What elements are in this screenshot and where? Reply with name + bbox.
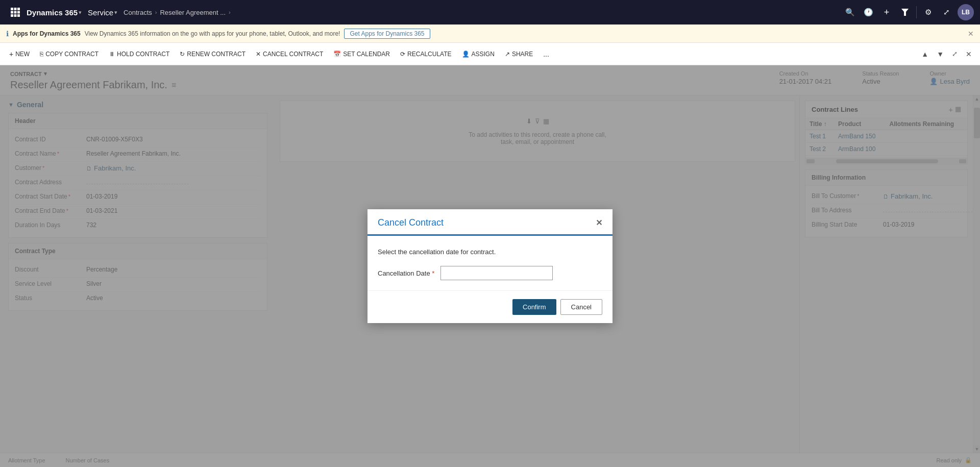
- app-name: Dynamics 365: [27, 8, 78, 17]
- history-button[interactable]: 🕐: [859, 3, 877, 21]
- renew-icon: ↻: [180, 51, 185, 58]
- modal-title: Cancel Contract: [378, 217, 444, 228]
- command-bar: + NEW ⎘ COPY CONTRACT ⏸ HOLD CONTRACT ↻ …: [0, 43, 980, 65]
- hold-icon: ⏸: [109, 51, 115, 58]
- expand-form-button[interactable]: ⤢: [948, 48, 962, 60]
- recalculate-button[interactable]: ⟳ RECALCULATE: [395, 47, 456, 61]
- svg-rect-6: [11, 14, 13, 17]
- cancellation-date-label: Cancellation Date *: [378, 269, 434, 277]
- hold-label: HOLD CONTRACT: [117, 51, 169, 58]
- app-name-chevron[interactable]: ▾: [79, 9, 82, 16]
- cancellation-date-input[interactable]: [440, 266, 553, 280]
- get-apps-button[interactable]: Get Apps for Dynamics 365: [344, 29, 430, 39]
- copy-icon: ⎘: [40, 51, 43, 58]
- modal-body: Select the cancellation date for contrac…: [368, 236, 612, 290]
- top-navigation: Dynamics 365 ▾ Service ▾ Contracts › Res…: [0, 0, 980, 24]
- modal-overlay: Cancel Contract ✕ Select the cancellatio…: [0, 65, 980, 467]
- modal-close-button[interactable]: ✕: [596, 218, 602, 228]
- svg-rect-2: [17, 8, 20, 10]
- copy-label: COPY CONTRACT: [45, 51, 99, 58]
- svg-rect-4: [14, 11, 17, 14]
- cancel-contract-button[interactable]: ✕ CANCEL CONTRACT: [251, 47, 328, 61]
- user-avatar[interactable]: LB: [958, 4, 974, 20]
- cancel-label: CANCEL CONTRACT: [263, 51, 323, 58]
- new-icon: +: [9, 50, 13, 58]
- breadcrumb-more[interactable]: ›: [229, 9, 231, 15]
- cancellation-date-field: Cancellation Date *: [378, 266, 602, 280]
- nav-up-button[interactable]: ▲: [917, 48, 933, 60]
- svg-rect-3: [11, 11, 13, 14]
- share-icon: ↗: [505, 51, 510, 58]
- search-button[interactable]: 🔍: [841, 3, 859, 21]
- modal-cancel-button[interactable]: Cancel: [560, 299, 602, 315]
- recalculate-label: RECALCULATE: [407, 51, 451, 58]
- copy-contract-button[interactable]: ⎘ COPY CONTRACT: [35, 47, 104, 61]
- nav-down-button[interactable]: ▼: [933, 48, 948, 60]
- hold-contract-button[interactable]: ⏸ HOLD CONTRACT: [104, 47, 175, 61]
- new-button[interactable]: + NEW: [4, 47, 35, 61]
- cancellation-date-required: *: [432, 269, 434, 277]
- close-form-button[interactable]: ✕: [962, 48, 976, 60]
- breadcrumb-record[interactable]: Reseller Agreement ...: [160, 9, 226, 16]
- modal-header: Cancel Contract ✕: [368, 209, 612, 236]
- modal-footer: Confirm Cancel: [368, 290, 612, 323]
- assign-button[interactable]: 👤 ASSIGN: [457, 47, 500, 61]
- svg-marker-9: [901, 9, 909, 16]
- calendar-icon: 📅: [333, 51, 341, 58]
- share-label: SHARE: [512, 51, 533, 58]
- share-button[interactable]: ↗ SHARE: [500, 47, 538, 61]
- cancel-icon: ✕: [256, 51, 261, 58]
- assign-label: ASSIGN: [472, 51, 495, 58]
- svg-rect-7: [14, 14, 17, 17]
- module-chevron[interactable]: ▾: [114, 9, 117, 16]
- settings-button[interactable]: ⚙: [919, 3, 937, 21]
- svg-rect-8: [17, 14, 20, 17]
- confirm-button[interactable]: Confirm: [512, 299, 556, 315]
- info-bar: ℹ Apps for Dynamics 365 View Dynamics 36…: [0, 24, 980, 43]
- info-description: View Dynamics 365 information on the go …: [85, 30, 340, 37]
- module-name: Service: [88, 8, 113, 17]
- waffle-menu[interactable]: [6, 3, 24, 21]
- info-close-button[interactable]: ✕: [968, 30, 974, 38]
- calendar-label: SET CALENDAR: [343, 51, 390, 58]
- set-calendar-button[interactable]: 📅 SET CALENDAR: [328, 47, 395, 61]
- info-icon: ℹ: [6, 30, 9, 38]
- breadcrumb-contracts[interactable]: Contracts: [124, 9, 152, 16]
- svg-rect-1: [14, 8, 17, 10]
- recalculate-icon: ⟳: [400, 51, 405, 58]
- renew-contract-button[interactable]: ↻ RENEW CONTRACT: [175, 47, 251, 61]
- content-area: CONTRACT ▾ Reseller Agreement Fabrikam, …: [0, 65, 980, 467]
- new-record-button[interactable]: +: [877, 3, 896, 21]
- breadcrumb-arrow: ›: [155, 9, 157, 15]
- svg-rect-0: [11, 8, 13, 10]
- help-button[interactable]: ⤢: [937, 3, 955, 21]
- cancel-contract-modal: Cancel Contract ✕ Select the cancellatio…: [368, 209, 612, 323]
- modal-instruction: Select the cancellation date for contrac…: [378, 248, 602, 256]
- filter-button[interactable]: [896, 3, 914, 21]
- assign-icon: 👤: [462, 51, 470, 58]
- more-button[interactable]: ...: [538, 47, 554, 61]
- renew-label: RENEW CONTRACT: [187, 51, 246, 58]
- new-label: NEW: [15, 51, 30, 58]
- info-app-name: Apps for Dynamics 365: [13, 30, 81, 37]
- svg-rect-5: [17, 11, 20, 14]
